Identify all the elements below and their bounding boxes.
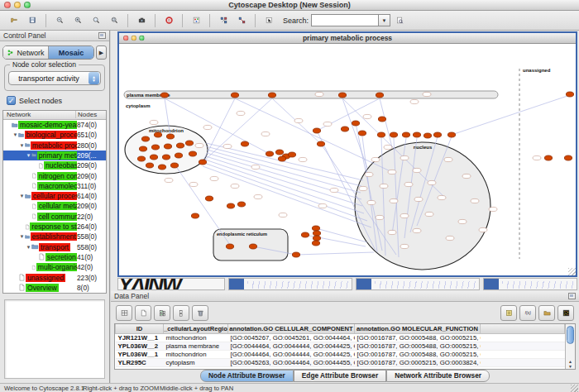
tree-row[interactable]: mosaic-demo-yeast874(0)	[3, 120, 106, 130]
expand-arrow-icon[interactable]: ▼	[19, 143, 25, 148]
network-node[interactable]	[227, 203, 234, 208]
expand-arrow-icon[interactable]: ▼	[26, 245, 31, 250]
network-node-small[interactable]	[400, 213, 409, 218]
scrollbar-arrows[interactable]: ▲▼	[566, 359, 575, 369]
network-node[interactable]	[176, 143, 184, 148]
network-node[interactable]	[154, 132, 161, 137]
tab-network[interactable]: Network	[3, 46, 49, 59]
network-node-small[interactable]	[223, 144, 232, 148]
table-row[interactable]: YLR295Ccytoplasm[GO:0045263, GO:0044464,…	[116, 358, 565, 366]
table-column-header[interactable]: _cellularLayoutRegion	[164, 324, 228, 333]
network-node[interactable]	[313, 128, 320, 133]
expand-arrow-icon[interactable]: ▼	[12, 132, 18, 137]
search-dropdown-button[interactable]: ▼	[379, 14, 390, 26]
select-nodes-checkbox[interactable]: ✓	[7, 96, 16, 105]
tree-row[interactable]: Overview8(0)	[3, 283, 106, 293]
new-attribute-button[interactable]	[135, 305, 151, 321]
network-node[interactable]	[139, 146, 146, 151]
network-node-small[interactable]	[237, 111, 245, 115]
network-node[interactable]	[162, 155, 170, 160]
network-node-small[interactable]	[371, 157, 380, 161]
network-node-small[interactable]	[404, 182, 413, 186]
network-node[interactable]	[341, 127, 348, 131]
network-node-small[interactable]	[446, 236, 454, 240]
table-column-header[interactable]: annotation.GO MOLECULAR_FUNCTION	[355, 324, 481, 333]
network-node[interactable]	[413, 132, 420, 137]
network-node-small[interactable]	[254, 194, 262, 198]
network-node-small[interactable]	[444, 157, 452, 161]
table-row[interactable]: YPL036W__2plasma membrane[GO:0044464, GO…	[116, 342, 565, 350]
tree-row[interactable]: ▼metabolic process280(0)	[3, 141, 106, 151]
network-node[interactable]	[175, 153, 182, 158]
network-node-small[interactable]	[294, 118, 303, 122]
tab-edge-attribute-browser[interactable]: Edge Attribute Browser	[294, 370, 386, 382]
tree-row[interactable]: secretion41(0)	[3, 252, 106, 262]
network-node-small[interactable]	[423, 92, 431, 96]
network-node[interactable]	[566, 92, 573, 97]
zoom-fit-button[interactable]	[87, 12, 105, 29]
tree-row[interactable]: multi-organism pro42(0)	[3, 262, 106, 272]
table-row[interactable]: YPL036W__1mitochondrion[GO:0044464, GO:0…	[116, 350, 565, 358]
network-node[interactable]	[275, 150, 283, 155]
unselect-attributes-button[interactable]	[173, 305, 189, 321]
network-node-small[interactable]	[428, 180, 436, 184]
network-node[interactable]	[288, 152, 295, 157]
network-node[interactable]	[564, 155, 572, 160]
network-node-small[interactable]	[195, 143, 203, 147]
tab-network-attribute-browser[interactable]: Network Attribute Browser	[386, 370, 490, 382]
network-node[interactable]	[390, 132, 397, 137]
network-node-small[interactable]	[458, 219, 467, 223]
network-node[interactable]	[376, 93, 383, 98]
network-node[interactable]	[312, 226, 319, 231]
attribute-matrix-button[interactable]	[557, 305, 574, 321]
network-node[interactable]	[151, 145, 159, 150]
table-column-header[interactable]: annotation.GO CELLULAR_COMPONENT	[228, 324, 355, 333]
select-mode-button[interactable]	[260, 12, 278, 29]
network-node[interactable]	[141, 136, 149, 141]
network-node-small[interactable]	[363, 114, 371, 118]
network-node-small[interactable]	[189, 182, 198, 186]
network-node-small[interactable]	[400, 244, 409, 248]
network-node[interactable]	[231, 93, 238, 98]
network-node-small[interactable]	[210, 176, 218, 180]
network-node-small[interactable]	[365, 172, 373, 176]
delete-attribute-button[interactable]	[192, 305, 208, 321]
expand-arrow-icon[interactable]: ▼	[19, 234, 25, 239]
tree-row[interactable]: ▼establishment of lo558(0)	[3, 232, 106, 241]
network-node[interactable]	[423, 133, 431, 138]
network-node-small[interactable]	[261, 131, 270, 136]
network-node[interactable]	[205, 196, 213, 201]
background-window-overview[interactable]: YΛINW	[117, 278, 225, 290]
network-node[interactable]	[313, 236, 320, 241]
network-node-small[interactable]	[279, 213, 287, 217]
network-node[interactable]	[150, 155, 157, 160]
network-node[interactable]	[317, 141, 324, 146]
tree-row[interactable]: ▼cellular process614(0)	[3, 191, 106, 201]
help-button[interactable]	[160, 12, 178, 29]
background-window-1[interactable]	[228, 278, 352, 290]
network-node-small[interactable]	[150, 120, 158, 124]
frame-resize-grip[interactable]	[568, 268, 576, 275]
search-input[interactable]	[311, 14, 379, 26]
tree-row[interactable]: macromolecule311(0)	[3, 181, 106, 191]
color-attribute-dropdown[interactable]: transporter activity ▲▼	[8, 71, 101, 85]
zoom-in-button[interactable]	[69, 12, 87, 29]
network-node-small[interactable]	[380, 184, 388, 188]
advanced-search-button[interactable]	[390, 12, 409, 29]
network-node[interactable]	[268, 93, 275, 98]
network-node[interactable]	[185, 141, 193, 146]
network-node-small[interactable]	[359, 186, 367, 190]
network-node-small[interactable]	[203, 125, 212, 129]
network-node-small[interactable]	[425, 212, 433, 216]
network-node-small[interactable]	[413, 228, 421, 232]
tab-node-attribute-browser[interactable]: Node Attribute Browser	[200, 370, 294, 382]
network-node-small[interactable]	[388, 230, 396, 234]
background-window-2[interactable]	[356, 278, 480, 290]
open-file-button[interactable]	[5, 12, 23, 29]
network-node[interactable]	[544, 155, 552, 160]
network-node[interactable]	[377, 132, 385, 137]
network-node[interactable]	[378, 117, 385, 122]
network-node-small[interactable]	[318, 203, 327, 208]
app-resize-grip[interactable]	[571, 385, 578, 392]
zoom-selected-button[interactable]	[105, 12, 123, 29]
